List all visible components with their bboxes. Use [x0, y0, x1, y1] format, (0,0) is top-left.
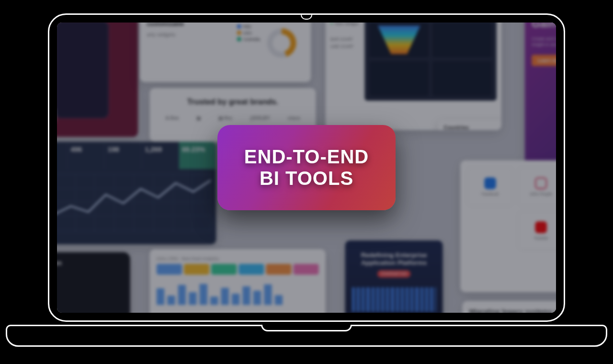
- hero-title: END-TO-END BI TOOLS: [244, 146, 369, 189]
- badge-container: END-TO-END BI TOOLS: [57, 23, 556, 313]
- screen: 245.1k 1% customizable arty widgets Ital…: [57, 23, 556, 313]
- hero-badge: END-TO-END BI TOOLS: [217, 125, 396, 210]
- laptop-lid: 245.1k 1% customizable arty widgets Ital…: [48, 13, 565, 322]
- camera-notch: [301, 15, 312, 20]
- trackpad-notch: [261, 325, 352, 331]
- laptop-base: [6, 325, 607, 347]
- laptop-frame: 245.1k 1% customizable arty widgets Ital…: [48, 13, 565, 349]
